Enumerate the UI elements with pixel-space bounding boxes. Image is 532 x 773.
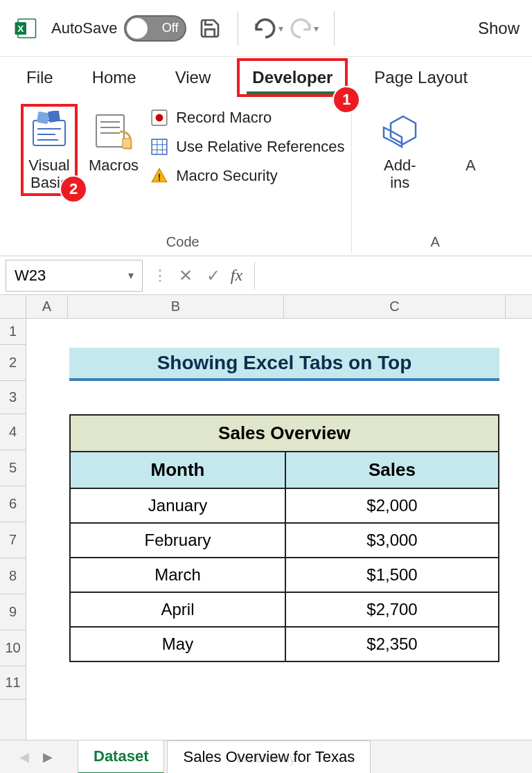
grid-icon <box>150 137 169 157</box>
divider <box>334 11 335 46</box>
visual-basic-icon <box>25 108 73 154</box>
addins-partial-icon <box>446 108 495 154</box>
table-header[interactable]: Sales Overview <box>70 415 499 452</box>
redo-button[interactable]: ▾ <box>289 17 319 40</box>
tab-developer-label: Developer <box>252 68 332 87</box>
table-row: March$1,500 <box>70 558 499 592</box>
col-month-header[interactable]: Month <box>70 452 285 488</box>
macro-security-label: Macro Security <box>176 167 278 185</box>
addins-button[interactable]: Add- ins <box>371 104 428 196</box>
record-macro-icon <box>150 108 169 127</box>
autosave-label: AutoSave <box>51 19 117 37</box>
tab-file[interactable]: File <box>14 61 66 94</box>
tab-view[interactable]: View <box>163 61 224 94</box>
accept-formula-button[interactable]: ✓ <box>200 262 227 290</box>
row-header[interactable]: 4 <box>0 414 26 450</box>
row-header[interactable]: 9 <box>0 594 26 630</box>
svg-point-14 <box>156 114 163 122</box>
record-macro-button[interactable]: Record Macro <box>150 108 344 127</box>
sales-cell[interactable]: $1,500 <box>285 558 499 592</box>
svg-rect-3 <box>33 121 65 145</box>
addins-icon <box>375 108 424 154</box>
ribbon-tab-row: File Home View Developer 1 Page Layout <box>0 57 532 98</box>
macro-security-button[interactable]: ! Macro Security <box>150 166 344 186</box>
table-row: May$2,350 <box>70 627 499 661</box>
col-header-b[interactable]: B <box>68 295 284 318</box>
use-relative-references-button[interactable]: Use Relative References <box>150 137 344 157</box>
sheet-nav-next[interactable]: ▶ <box>37 749 58 765</box>
col-sales-header[interactable]: Sales <box>285 452 499 488</box>
ribbon-group-addins: Add- ins A A <box>352 104 518 253</box>
sales-cell[interactable]: $2,350 <box>285 627 499 661</box>
name-box[interactable]: W23 ▾ <box>6 260 143 292</box>
row-header[interactable]: 3 <box>0 381 26 414</box>
chevron-down-icon: ▾ <box>278 23 283 34</box>
grid-area: 1 2 3 4 5 6 7 8 9 10 11 Showing Excel Ta… <box>0 319 532 761</box>
month-cell[interactable]: May <box>70 627 285 661</box>
visual-basic-button[interactable]: Visual Basic 2 <box>21 104 78 196</box>
excel-logo-icon: X <box>12 15 40 42</box>
col-header-a[interactable]: A <box>26 295 68 318</box>
warning-icon: ! <box>150 166 169 186</box>
ribbon-panel: Visual Basic 2 Macros Record Macro Use R… <box>0 98 532 256</box>
cells-area[interactable]: Showing Excel Tabs on Top Sales Overview… <box>26 319 532 761</box>
toggle-knob <box>127 18 148 39</box>
addins-label: Add- ins <box>384 157 416 192</box>
select-all-corner[interactable] <box>0 295 26 318</box>
callout-badge-2: 2 <box>60 175 87 203</box>
month-cell[interactable]: February <box>70 523 285 558</box>
sheet-nav-prev[interactable]: ◀ <box>14 749 35 765</box>
table-row: February$3,000 <box>70 523 499 558</box>
insert-function-button[interactable]: fx <box>227 262 255 290</box>
macros-label: Macros <box>89 157 139 174</box>
row-header[interactable]: 1 <box>0 319 26 345</box>
autosave-state: Off <box>162 21 179 35</box>
title-bar: X AutoSave Off ▾ ▾ Show <box>0 0 532 57</box>
row-header[interactable]: 11 <box>0 666 26 700</box>
month-cell[interactable]: January <box>70 488 285 523</box>
row-header[interactable]: 2 <box>0 345 26 381</box>
cancel-formula-button[interactable]: ✕ <box>172 262 200 290</box>
column-header-row: A B C <box>0 295 532 319</box>
month-cell[interactable]: March <box>70 558 285 592</box>
sheet-tab-bar: ◀ ▶ Dataset Sales Overview for Texas exc… <box>0 740 532 773</box>
group-label-addins: A <box>431 231 440 253</box>
document-title: Show <box>478 19 520 38</box>
chevron-down-icon: ▾ <box>314 23 319 34</box>
table-row: January$2,000 <box>70 488 499 523</box>
macros-button[interactable]: Macros <box>85 104 143 178</box>
undo-redo-group: ▾ ▾ <box>254 17 319 40</box>
autosave-control[interactable]: AutoSave Off <box>51 15 186 42</box>
row-header[interactable]: 8 <box>0 558 26 594</box>
group-label-code: Code <box>166 231 200 253</box>
addins-partial-button[interactable]: A <box>442 104 499 178</box>
svg-rect-8 <box>48 111 60 123</box>
month-cell[interactable]: April <box>70 592 285 627</box>
sheet-title-cell[interactable]: Showing Excel Tabs on Top <box>69 348 499 381</box>
col-header-c[interactable]: C <box>284 295 506 318</box>
row-header[interactable]: 5 <box>0 450 26 486</box>
sales-cell[interactable]: $2,700 <box>285 592 499 627</box>
chevron-down-icon[interactable]: ▾ <box>128 269 134 282</box>
tab-developer[interactable]: Developer 1 <box>237 58 348 97</box>
tab-home[interactable]: Home <box>80 61 149 94</box>
table-row: April$2,700 <box>70 592 499 627</box>
sheet-tab-dataset[interactable]: Dataset <box>78 740 164 774</box>
sheet-tab-sales-overview-texas[interactable]: Sales Overview for Texas <box>167 740 371 773</box>
row-header[interactable]: 10 <box>0 630 26 666</box>
row-header[interactable]: 6 <box>0 486 26 522</box>
data-table: Sales Overview Month Sales January$2,000… <box>69 414 499 662</box>
separator: ⋮ <box>148 267 172 285</box>
ribbon-group-code: Visual Basic 2 Macros Record Macro Use R… <box>14 104 352 253</box>
sales-cell[interactable]: $3,000 <box>285 523 499 558</box>
addins-partial-label: A <box>466 157 476 174</box>
sales-cell[interactable]: $2,000 <box>285 488 499 523</box>
autosave-toggle[interactable]: Off <box>124 15 186 42</box>
tab-page-layout[interactable]: Page Layout <box>362 61 480 94</box>
svg-text:!: ! <box>158 171 161 183</box>
undo-button[interactable]: ▾ <box>254 17 283 40</box>
formula-input[interactable] <box>260 260 532 292</box>
divider <box>238 11 238 46</box>
save-icon[interactable] <box>197 16 222 41</box>
row-header[interactable]: 7 <box>0 522 26 558</box>
